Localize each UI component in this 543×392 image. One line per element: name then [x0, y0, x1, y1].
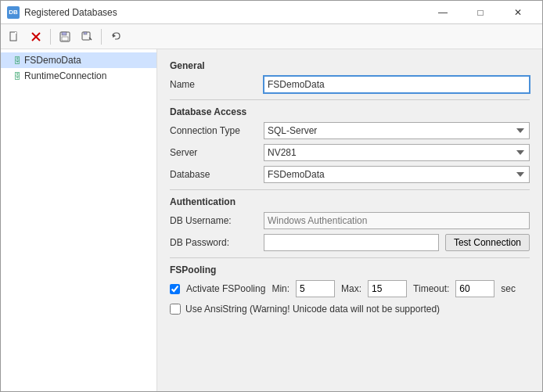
ansi-label: Use AnsiString (Warning! Unicode data wi…: [185, 304, 440, 315]
activate-fspooling-label: Activate FSPooling: [186, 283, 265, 294]
min-input[interactable]: [296, 280, 335, 297]
db-access-label: Database Access: [170, 106, 530, 117]
divider-1: [170, 99, 530, 100]
sidebar-item-label-1: FSDemoData: [24, 55, 81, 66]
undo-button[interactable]: [106, 27, 126, 47]
window-title: Registered Databases: [24, 7, 425, 18]
svg-marker-9: [113, 34, 116, 38]
ansi-row: Use AnsiString (Warning! Unicode data wi…: [170, 304, 530, 315]
name-label: Name: [170, 79, 264, 90]
new-icon: [9, 31, 20, 42]
main-window: DB Registered Databases — □ ✕: [0, 0, 543, 392]
toolbar: [1, 24, 542, 49]
sidebar-item-runtimeconnection[interactable]: 🗄 RuntimeConnection: [1, 68, 156, 84]
toolbar-separator-2: [101, 29, 102, 45]
username-row: DB Username:: [170, 212, 530, 229]
close-button[interactable]: ✕: [500, 1, 536, 24]
sidebar-item-label-2: RuntimeConnection: [24, 70, 106, 81]
svg-rect-6: [62, 37, 68, 41]
server-select[interactable]: NV281: [264, 144, 530, 161]
database-row: Database FSDemoData: [170, 166, 530, 183]
password-label: DB Password:: [170, 237, 264, 248]
server-label: Server: [170, 147, 264, 158]
delete-button[interactable]: [26, 27, 46, 47]
save-as-icon: [81, 31, 92, 42]
name-input[interactable]: [264, 76, 530, 93]
content-area: 🗄 FSDemoData 🗄 RuntimeConnection General…: [1, 49, 542, 391]
db-icon-1: 🗄: [13, 56, 21, 65]
svg-rect-5: [62, 32, 67, 35]
svg-rect-8: [84, 32, 87, 34]
password-input[interactable]: [264, 234, 439, 251]
divider-2: [170, 189, 530, 190]
database-label: Database: [170, 169, 264, 180]
fspooling-section-label: FSPooling: [170, 264, 530, 275]
save-icon: [59, 31, 70, 42]
minimize-button[interactable]: —: [425, 1, 461, 24]
connection-type-select[interactable]: SQL-Server Oracle SQLite PostgreSQL: [264, 122, 530, 139]
fspooling-row: Activate FSPooling Min: Max: Timeout: se…: [170, 280, 530, 297]
max-label: Max:: [341, 283, 361, 294]
new-button[interactable]: [4, 27, 24, 47]
connection-type-row: Connection Type SQL-Server Oracle SQLite…: [170, 122, 530, 139]
name-row: Name: [170, 76, 530, 93]
save-button[interactable]: [55, 27, 75, 47]
delete-icon: [31, 31, 41, 42]
toolbar-separator: [50, 29, 51, 45]
svg-rect-1: [15, 32, 16, 34]
timeout-label: Timeout:: [413, 283, 449, 294]
sidebar-item-fsdemodata[interactable]: 🗄 FSDemoData: [1, 52, 156, 68]
window-controls: — □ ✕: [425, 1, 536, 24]
password-row: DB Password: Test Connection: [170, 234, 530, 251]
test-connection-button[interactable]: Test Connection: [445, 234, 530, 251]
connection-type-label: Connection Type: [170, 125, 264, 136]
sidebar: 🗄 FSDemoData 🗄 RuntimeConnection: [1, 49, 157, 391]
ansi-checkbox[interactable]: [170, 304, 181, 315]
username-input[interactable]: [264, 212, 530, 229]
db-icon-2: 🗄: [13, 72, 21, 81]
undo-icon: [110, 31, 121, 42]
sec-label: sec: [501, 283, 516, 294]
auth-section-label: Authentication: [170, 196, 530, 207]
maximize-button[interactable]: □: [462, 1, 498, 24]
min-label: Min:: [272, 283, 289, 294]
timeout-input[interactable]: [455, 280, 494, 297]
divider-3: [170, 257, 530, 258]
server-row: Server NV281: [170, 144, 530, 161]
database-select[interactable]: FSDemoData: [264, 166, 530, 183]
window-icon: DB: [7, 6, 20, 19]
save-as-button[interactable]: [77, 27, 97, 47]
activate-fspooling-checkbox[interactable]: [170, 284, 180, 294]
username-label: DB Username:: [170, 215, 264, 226]
general-section-label: General: [170, 60, 530, 71]
title-bar: DB Registered Databases — □ ✕: [1, 1, 542, 24]
main-panel: General Name Database Access Connection …: [157, 49, 542, 391]
max-input[interactable]: [368, 280, 407, 297]
